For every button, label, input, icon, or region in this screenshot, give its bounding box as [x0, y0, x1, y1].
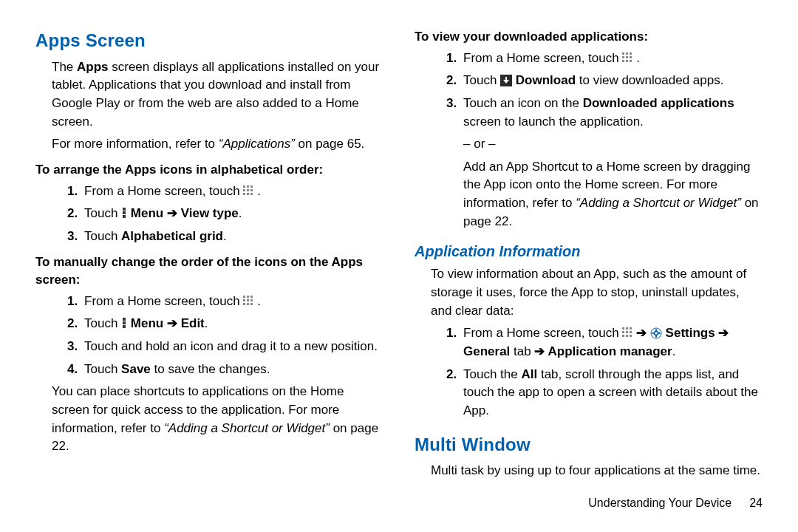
svg-rect-34 — [626, 327, 628, 330]
step: Touch an icon on the Downloaded applicat… — [460, 95, 763, 231]
svg-rect-20 — [250, 303, 253, 305]
svg-rect-19 — [247, 303, 249, 305]
or-text: Add an App Shortcut to a Home screen by … — [463, 158, 763, 231]
svg-rect-0 — [243, 185, 245, 188]
apps-intro: The Apps screen displays all application… — [52, 58, 383, 132]
step: Touch Download to view downloaded apps. — [460, 72, 763, 90]
apps-shortcut-note: You can place shortcuts to applications … — [52, 383, 383, 456]
subhead-manual-order: To manually change the order of the icon… — [35, 253, 383, 290]
step: Touch and hold an icon and drag it to a … — [81, 338, 383, 356]
svg-rect-2 — [250, 185, 253, 188]
steps-app-info: From a Home screen, touch ➔ Settings ➔ G… — [415, 324, 763, 420]
step: Touch Menu ➔ View type. — [81, 205, 383, 223]
svg-rect-29 — [630, 56, 632, 58]
footer-page-number: 24 — [749, 497, 763, 509]
svg-rect-18 — [243, 303, 245, 305]
heading-multi-window: Multi Window — [415, 432, 763, 458]
svg-rect-17 — [250, 299, 253, 301]
heading-apps-screen: Apps Screen — [35, 28, 383, 54]
svg-rect-15 — [243, 299, 245, 301]
or-divider: – or – — [463, 135, 763, 154]
svg-rect-31 — [626, 60, 628, 62]
apps-icon — [622, 327, 632, 338]
svg-point-43 — [654, 332, 658, 335]
svg-rect-37 — [626, 331, 628, 333]
menu-icon — [121, 316, 127, 328]
apps-icon — [622, 52, 632, 63]
svg-rect-38 — [630, 331, 632, 333]
step: Touch Menu ➔ Edit. — [81, 315, 383, 333]
apps-icon — [243, 296, 253, 306]
menu-icon — [121, 206, 127, 218]
left-column: Apps Screen The Apps screen displays all… — [35, 28, 383, 485]
svg-rect-35 — [630, 327, 632, 330]
download-icon — [500, 75, 512, 86]
step: Touch Alphabetical grid. — [81, 228, 383, 246]
svg-rect-23 — [123, 325, 126, 328]
svg-rect-25 — [626, 52, 628, 55]
svg-rect-39 — [622, 335, 624, 337]
svg-rect-28 — [626, 56, 628, 58]
footer-chapter: Understanding Your Device — [588, 497, 732, 509]
apps-icon — [243, 185, 253, 196]
svg-rect-12 — [243, 296, 245, 298]
heading-app-info: Application Information — [415, 241, 763, 262]
page-footer: Understanding Your Device24 — [588, 494, 763, 511]
svg-rect-1 — [247, 185, 249, 188]
svg-rect-6 — [243, 193, 245, 195]
svg-rect-32 — [630, 60, 632, 62]
svg-rect-22 — [123, 321, 126, 324]
svg-rect-8 — [250, 193, 253, 195]
svg-rect-24 — [622, 52, 624, 55]
step: Touch the All tab, scroll through the ap… — [460, 366, 763, 420]
svg-rect-33 — [622, 327, 624, 330]
steps-arrange-alpha: From a Home screen, touch . Touch Menu ➔… — [35, 183, 383, 246]
svg-rect-7 — [247, 193, 249, 195]
svg-rect-21 — [123, 318, 126, 321]
step: From a Home screen, touch . — [81, 293, 383, 311]
svg-rect-4 — [247, 189, 249, 191]
svg-rect-5 — [250, 189, 253, 191]
svg-rect-9 — [123, 208, 126, 211]
svg-rect-26 — [630, 52, 632, 55]
svg-rect-14 — [250, 296, 253, 298]
svg-rect-10 — [123, 211, 126, 214]
multi-window-intro: Multi task by using up to four applicati… — [431, 462, 763, 480]
step: Touch Save to save the changes. — [81, 361, 383, 379]
svg-rect-40 — [626, 335, 628, 337]
step: From a Home screen, touch ➔ Settings ➔ G… — [460, 324, 763, 361]
apps-refer: For more information, refer to “Applicat… — [52, 135, 383, 154]
settings-icon — [650, 327, 662, 338]
svg-rect-36 — [622, 331, 624, 333]
svg-rect-13 — [247, 296, 249, 298]
subhead-view-downloaded: To view your downloaded applications: — [415, 28, 763, 47]
svg-rect-3 — [243, 189, 245, 191]
app-info-intro: To view information about an App, such a… — [431, 265, 763, 320]
svg-rect-30 — [622, 60, 624, 62]
svg-rect-41 — [630, 335, 632, 337]
svg-rect-27 — [622, 56, 624, 58]
steps-manual-order: From a Home screen, touch . Touch Menu ➔… — [35, 293, 383, 379]
step: From a Home screen, touch . — [460, 50, 763, 68]
subhead-arrange-alpha: To arrange the Apps icons in alphabetica… — [35, 161, 383, 180]
svg-rect-16 — [247, 299, 249, 301]
svg-rect-11 — [123, 215, 126, 218]
steps-view-downloaded: From a Home screen, touch . Touch Downlo… — [415, 50, 763, 231]
right-column: To view your downloaded applications: Fr… — [415, 28, 763, 485]
step: From a Home screen, touch . — [81, 183, 383, 201]
